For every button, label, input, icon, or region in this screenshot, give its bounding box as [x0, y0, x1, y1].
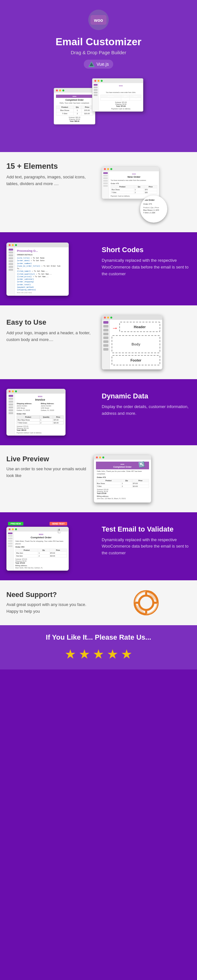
order-page-link: More info (click here)	[17, 291, 66, 294]
mock-back-frame: woo Completed Order Hello, Your order ha…	[54, 88, 95, 124]
easy-to-use-image: → Header Body Footer	[102, 315, 191, 369]
shortcode-line-7: {[item_price]} → To Get Nam...	[17, 275, 66, 278]
header-block: Header	[119, 322, 160, 332]
live-preview-image: ↖️ woo Completed Order Hello John, Thank…	[94, 455, 191, 502]
rate-section: If You Like It... Please Rate Us... ★ ★ …	[0, 625, 197, 670]
body-block: Body	[112, 335, 160, 353]
shortcode-line-6: {[item_quantity]} → To Get Nam...	[17, 273, 66, 275]
hero-section: woo Email Customizer Drag & Drop Page Bu…	[0, 0, 197, 152]
support-icon-container	[102, 590, 191, 616]
mock-front-frame: woo New Order You have received a new or…	[92, 78, 143, 111]
easy-to-use-title: Easy to Use	[6, 318, 95, 326]
elements-image: woo New Order You have received a new or…	[102, 162, 191, 223]
woo-logo: woo	[88, 10, 109, 30]
shortcode-line-3: {order_number}	[17, 262, 66, 265]
shortcode-line-1: {site_title} → To Get Name	[17, 257, 66, 259]
live-preview-section: Live Preview Use an order to see how you…	[0, 445, 197, 512]
support-section: Need Support? Avail great support with a…	[0, 580, 197, 625]
support-text: Need Support? Avail great support with a…	[6, 590, 95, 615]
hero-subtitle: Drag & Drop Page Builder	[6, 50, 191, 55]
easy-to-use-section: Easy to Use Add your logo, images and a …	[0, 305, 197, 379]
page-title: Email Customizer	[6, 36, 191, 48]
test-email-text: Test Email to Validate Dynamically repla…	[102, 522, 191, 557]
star-3[interactable]: ★	[93, 647, 104, 662]
test-email-description: Dynamically replaced with the respective…	[102, 537, 191, 557]
shortcode-line-10: {order_total}	[17, 283, 66, 286]
dynamic-data-section: woo Invoice Shipping address: James Gord…	[0, 379, 197, 445]
star-4[interactable]: ★	[107, 647, 118, 662]
invoice-order-label: Order #16	[17, 413, 64, 415]
shortcode-line-12: {shipping_address}	[17, 288, 66, 291]
shortcode-line-2: {order_date} → To Get Date	[17, 259, 66, 262]
test-email-section: PREVIEW SEND TEST 🖱️ wo	[0, 512, 197, 581]
support-title: Need Support?	[6, 590, 95, 599]
easy-to-use-description: Add your logo, images and a header, a fo…	[6, 330, 95, 343]
send-test-badge[interactable]: SEND TEST	[50, 522, 67, 525]
invoice-image: woo Invoice Shipping address: James Gord…	[6, 389, 95, 436]
dynamic-data-title: Dynamic Data	[102, 392, 191, 400]
shipping-address-label: Shipping address:	[17, 402, 39, 404]
shortcodes-text: Short Codes Dynamically replaced with th…	[102, 242, 191, 277]
footer-block: Footer	[112, 355, 160, 365]
elements-description: Add text, paragraphs, images, social ico…	[6, 174, 95, 187]
vue-label: Vue.js	[96, 62, 109, 67]
live-preview-description: Use an order to see how your emails woul…	[6, 466, 87, 479]
dynamic-data-description: Display the order details, customer info…	[102, 404, 191, 417]
processing-title: Processing O...	[17, 249, 66, 253]
woo-logo-container: woo	[6, 10, 191, 33]
live-preview-title: Live Preview	[6, 455, 87, 463]
shortcodes-section: Processing O... ORDER DETAILS {site_titl…	[0, 233, 197, 305]
shortcode-line-11: {payment_method}	[17, 286, 66, 288]
order-details-label: ORDER DETAILS	[17, 254, 66, 256]
shortcode-line-9: {order_shipping}	[17, 280, 66, 283]
completed-order-label: Order #73	[96, 476, 149, 479]
completed-order-preview: ↖️ woo Completed Order Hello John, Thank…	[94, 455, 154, 502]
rate-title: If You Like It... Please Rate Us...	[6, 633, 191, 641]
easy-to-use-text: Easy to Use Add your logo, images and a …	[6, 315, 95, 343]
invoice-mock: woo Invoice Shipping address: James Gord…	[6, 389, 66, 436]
elements-main-mock: woo New Order You have received a new or…	[102, 167, 159, 199]
live-preview-text: Live Preview Use an order to see how you…	[6, 455, 87, 479]
test-email-mock-container: PREVIEW SEND TEST 🖱️ wo	[6, 522, 69, 571]
elements-section: 15 + Elements Add text, paragraphs, imag…	[0, 152, 197, 232]
hero-screenshots: woo Completed Order Hello, Your order ha…	[6, 75, 191, 146]
shortcodes-title: Short Codes	[102, 246, 191, 254]
shortcode-line-8: {order_subtotal}	[17, 278, 66, 280]
shortcode-line-4: {[woo_ms_order_title]} → To Get Order Su…	[17, 265, 66, 270]
star-2[interactable]: ★	[79, 647, 90, 662]
test-email-image: PREVIEW SEND TEST 🖱️ wo	[6, 522, 95, 571]
shortcode-line-5: {[item_name]} → To Get Nam...	[17, 270, 66, 272]
builder-mock: → Header Body Footer	[102, 315, 162, 369]
elements-text: 15 + Elements Add text, paragraphs, imag…	[6, 162, 95, 187]
svg-point-5	[139, 596, 153, 610]
dynamic-data-text: Dynamic Data Display the order details, …	[102, 389, 191, 417]
support-description: Avail great support with any issue you f…	[6, 601, 95, 615]
preview-badge[interactable]: PREVIEW	[8, 522, 24, 525]
magnifier-circle: New Order Order #75 Product | Qty | Pric…	[140, 196, 167, 223]
cursor-icon: ↖️	[138, 461, 145, 468]
invoice-title: Invoice	[17, 398, 64, 401]
elements-title: 15 + Elements	[6, 162, 95, 171]
shortcodes-description: Dynamically replaced with the respective…	[102, 257, 191, 277]
vue-badge: Vue.js	[84, 60, 113, 68]
test-cursor-icon: 🖱️	[56, 528, 62, 534]
lifebuoy-icon	[133, 590, 159, 616]
billing-address-label: Billing Address:	[41, 402, 64, 404]
completed-body: Hello John, Thank you for your order. Or…	[96, 469, 149, 476]
stars-container: ★ ★ ★ ★ ★	[6, 647, 191, 662]
svg-text:woo: woo	[94, 18, 103, 23]
processing-order-mock: Processing O... ORDER DETAILS {site_titl…	[6, 242, 69, 296]
test-email-title: Test Email to Validate	[102, 525, 191, 533]
star-1[interactable]: ★	[65, 647, 76, 662]
shortcodes-image: Processing O... ORDER DETAILS {site_titl…	[6, 242, 95, 296]
star-5[interactable]: ★	[121, 647, 132, 662]
